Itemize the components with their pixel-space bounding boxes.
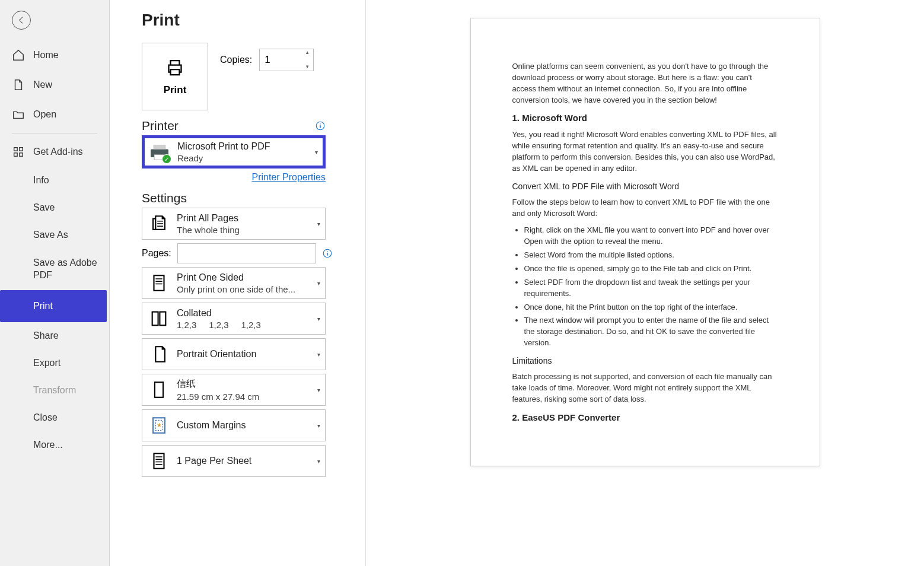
pages-icon xyxy=(147,212,171,236)
sides-title: Print One Sided xyxy=(177,272,320,283)
nav-label: Save xyxy=(33,202,55,213)
nav-label: New xyxy=(33,80,52,90)
preview-pane: Online platforms can seem convenient, as… xyxy=(366,0,924,566)
info-icon[interactable] xyxy=(315,120,326,131)
preview-heading: 1. Microsoft Word xyxy=(512,112,778,125)
chevron-down-icon: ▾ xyxy=(317,316,320,322)
preview-heading: 2. EaseUS PDF Converter xyxy=(512,411,778,424)
print-button[interactable]: Print xyxy=(142,43,208,110)
chevron-down-icon: ▾ xyxy=(317,387,320,393)
printer-selector[interactable]: ✓ Microsoft Print to PDF Ready ▾ xyxy=(142,135,326,168)
nav-home[interactable]: Home xyxy=(0,40,109,70)
nav-more[interactable]: More... xyxy=(0,431,109,459)
preview-list-item: Select Word from the multiple listed opt… xyxy=(524,250,778,261)
preview-list-item: The next window will prompt you to enter… xyxy=(524,315,778,349)
preview-list-item: Right, click on the XML file you want to… xyxy=(524,225,778,247)
copies-input[interactable]: 1 ▲ ▼ xyxy=(259,49,314,71)
preview-text: Online platforms can seem convenient, as… xyxy=(512,61,778,106)
preview-list-item: Select PDF from the dropdown list and tw… xyxy=(524,277,778,300)
sides-selector[interactable]: Print One Sided Only print on one side o… xyxy=(142,267,326,299)
page-per-sheet-icon xyxy=(147,449,171,473)
svg-rect-2 xyxy=(14,153,18,157)
svg-rect-0 xyxy=(14,148,18,151)
chevron-down-icon: ▾ xyxy=(315,149,318,155)
preview-text: Yes, you read it right! Microsoft Word e… xyxy=(512,129,778,174)
nav-label: Get Add-ins xyxy=(33,147,83,157)
preview-list: Right, click on the XML file you want to… xyxy=(512,225,778,348)
nav-save-as[interactable]: Save As xyxy=(0,221,109,249)
preview-subheading: Limitations xyxy=(512,355,778,367)
spin-down-icon[interactable]: ▼ xyxy=(302,65,312,69)
preview-list-item: Once the file is opened, simply go to th… xyxy=(524,263,778,275)
svg-rect-8 xyxy=(154,145,166,150)
nav-get-addins[interactable]: Get Add-ins xyxy=(0,137,109,167)
nav-divider xyxy=(12,133,97,133)
nav-label: Save As xyxy=(33,230,68,240)
info-icon[interactable] xyxy=(322,248,333,259)
folder-open-icon xyxy=(12,108,25,121)
svg-rect-3 xyxy=(20,153,23,157)
paper-title: 信纸 xyxy=(177,378,320,390)
arrow-left-icon xyxy=(17,15,26,25)
nav-new[interactable]: New xyxy=(0,70,109,100)
nav-share[interactable]: Share xyxy=(0,322,109,349)
printer-heading: Printer xyxy=(142,119,179,133)
collate-icon xyxy=(147,307,171,330)
nav-close[interactable]: Close xyxy=(0,404,109,431)
nav-info[interactable]: Info xyxy=(0,167,109,194)
spin-up-icon[interactable]: ▲ xyxy=(302,50,312,55)
preview-text: Follow the steps below to learn how to c… xyxy=(512,197,778,220)
nav-transform[interactable]: Transform xyxy=(0,377,109,404)
print-range-selector[interactable]: Print All Pages The whole thing ▾ xyxy=(142,208,326,240)
check-badge-icon: ✓ xyxy=(162,154,171,164)
main-area: Print Print Copies: 1 ▲ ▼ Printer xyxy=(110,0,924,566)
preview-list-item: Once done, hit the Print button on the t… xyxy=(524,302,778,313)
paper-desc: 21.59 cm x 27.94 cm xyxy=(177,392,320,402)
chevron-down-icon: ▾ xyxy=(317,351,320,358)
chevron-down-icon: ▾ xyxy=(317,458,320,465)
collate-selector[interactable]: Collated 1,2,3 1,2,3 1,2,3 ▾ xyxy=(142,303,326,335)
nav-label: Save as Adobe PDF xyxy=(33,257,97,282)
svg-rect-12 xyxy=(327,253,328,256)
svg-rect-15 xyxy=(160,312,165,326)
nav-export[interactable]: Export xyxy=(0,349,109,377)
paper-size-selector[interactable]: 信纸 21.59 cm x 27.94 cm ▾ xyxy=(142,374,326,406)
svg-text:★: ★ xyxy=(157,422,162,428)
nav-label: Export xyxy=(33,358,60,368)
svg-rect-16 xyxy=(155,382,163,398)
pps-title: 1 Page Per Sheet xyxy=(177,456,320,466)
printer-name: Microsoft Print to PDF xyxy=(177,141,320,152)
svg-rect-20 xyxy=(154,453,164,469)
orientation-title: Portrait Orientation xyxy=(177,349,320,360)
preview-page: Online platforms can seem convenient, as… xyxy=(470,18,820,466)
chevron-down-icon: ▾ xyxy=(317,422,320,429)
nav-label: Info xyxy=(33,175,49,186)
settings-heading: Settings xyxy=(142,191,187,205)
sides-desc: Only print on one side of the... xyxy=(177,284,320,294)
nav-save[interactable]: Save xyxy=(0,194,109,221)
print-range-desc: The whole thing xyxy=(177,225,320,235)
pages-input[interactable] xyxy=(177,243,316,263)
collate-desc: 1,2,3 1,2,3 1,2,3 xyxy=(177,320,320,330)
margins-selector[interactable]: ★ Custom Margins ▾ xyxy=(142,409,326,441)
svg-rect-13 xyxy=(154,275,164,291)
pages-per-sheet-selector[interactable]: 1 Page Per Sheet ▾ xyxy=(142,445,326,477)
back-button[interactable] xyxy=(12,11,31,30)
printer-status: Ready xyxy=(177,153,320,163)
nav-open[interactable]: Open xyxy=(0,100,109,129)
chevron-down-icon: ▾ xyxy=(317,280,320,287)
svg-rect-14 xyxy=(152,312,158,326)
nav-save-adobe[interactable]: Save as Adobe PDF xyxy=(0,249,109,290)
nav-print[interactable]: Print xyxy=(0,290,107,322)
home-icon xyxy=(12,49,25,62)
nav-label: Print xyxy=(33,301,53,311)
nav-label: More... xyxy=(33,440,63,450)
portrait-icon xyxy=(147,342,171,366)
printer-properties-link[interactable]: Printer Properties xyxy=(142,172,326,183)
nav-label: Transform xyxy=(33,385,76,396)
svg-point-5 xyxy=(320,123,321,125)
margins-icon: ★ xyxy=(147,414,171,437)
orientation-selector[interactable]: Portrait Orientation ▾ xyxy=(142,338,326,370)
new-file-icon xyxy=(12,78,25,91)
pages-label: Pages: xyxy=(142,248,171,259)
